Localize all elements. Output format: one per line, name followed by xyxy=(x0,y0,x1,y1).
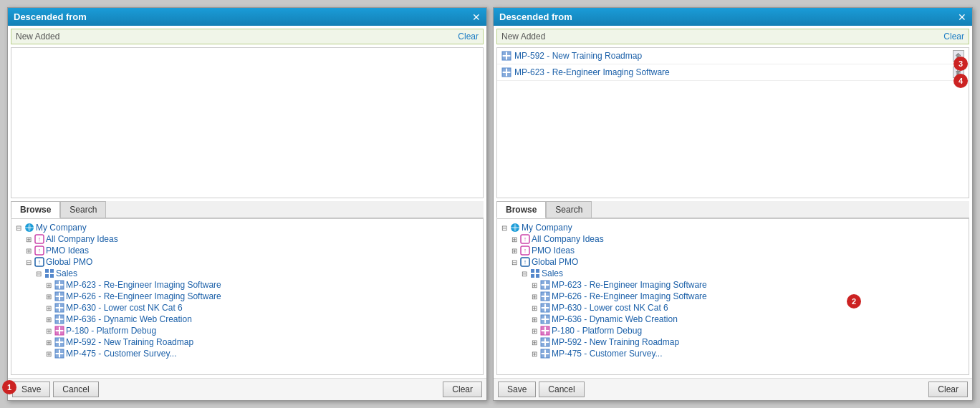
svg-rect-65 xyxy=(531,269,534,273)
globe-icon-r xyxy=(510,223,520,233)
tree-node-mp623-left[interactable]: ⊞ MP-623 - Re-Engineer Imaging Software xyxy=(14,279,480,291)
svg-text:↑: ↑ xyxy=(524,247,527,254)
tree-node-mp626-right[interactable]: ⊞ MP-626 - Re-Engineer Imaging Software xyxy=(500,291,966,302)
svg-rect-98 xyxy=(546,343,549,346)
tree-area-left[interactable]: ⊟ My Company ⊞ ↑ All Company Ideas ⊞ ↑ P… xyxy=(11,218,484,375)
grid-item-icon-na xyxy=(501,51,511,61)
svg-rect-87 xyxy=(541,320,544,324)
tree-node-sales-right[interactable]: ⊟ Sales xyxy=(500,268,966,279)
tree-node-mp636-left[interactable]: ⊞ MP-636 - Dynamic Web Creation xyxy=(14,314,480,325)
tree-node-pmoideas-right[interactable]: ⊞ ↑ PMO Ideas xyxy=(500,245,966,256)
badge-2: 2 xyxy=(847,294,861,309)
clear-link-right[interactable]: Clear xyxy=(943,31,964,42)
ideas-pink-icon: ↑ xyxy=(34,234,44,244)
tree-node-sales-left[interactable]: ⊟ Sales xyxy=(14,268,480,279)
cancel-button-left[interactable]: Cancel xyxy=(53,382,98,397)
svg-rect-36 xyxy=(60,331,64,335)
tab-search-right[interactable]: Search xyxy=(546,201,592,218)
svg-rect-88 xyxy=(546,320,549,324)
expand-icon: ⊞ xyxy=(44,293,53,301)
tree-node-mp626-left[interactable]: ⊞ MP-626 - Re-Engineer Imaging Software xyxy=(14,291,480,302)
tree-node-allcompany-left[interactable]: ⊞ ↑ All Company Ideas xyxy=(14,233,480,245)
svg-rect-34 xyxy=(60,326,64,330)
tree-node-mp630-left[interactable]: ⊞ MP-630 - Lower cost NK Cat 6 xyxy=(14,302,480,314)
svg-rect-81 xyxy=(546,303,549,307)
tree-node-mp623-right[interactable]: ⊞ MP-623 - Re-Engineer Imaging Software xyxy=(500,279,966,291)
svg-rect-46 xyxy=(60,354,64,358)
svg-rect-91 xyxy=(546,326,549,330)
new-added-label-left: New Added xyxy=(16,31,59,42)
cancel-button-right[interactable]: Cancel xyxy=(539,382,584,397)
dialog-left: 1 Descended from ✕ New Added Clear Brows… xyxy=(7,7,487,401)
svg-text:↑: ↑ xyxy=(524,235,527,243)
tree-node-mp592-left[interactable]: ⊞ MP-592 - New Training Roadmap xyxy=(14,336,480,348)
close-button-left[interactable]: ✕ xyxy=(472,12,481,22)
new-added-label-right: New Added xyxy=(501,31,545,42)
grid-item-icon-r6 xyxy=(540,349,550,359)
node-label: My Company xyxy=(522,223,572,233)
clear-bottom-button-right[interactable]: Clear xyxy=(928,382,968,397)
tree-node-mp630-right[interactable]: ⊞ MP-630 - Lower cost NK Cat 6 xyxy=(500,302,966,314)
tree-node-mycompany-left[interactable]: ⊟ My Company xyxy=(14,222,480,233)
svg-rect-54 xyxy=(507,68,511,72)
expand-icon: ⊞ xyxy=(530,304,539,312)
expand-icon: ⊞ xyxy=(44,327,53,335)
grid-item-icon xyxy=(54,303,64,313)
svg-rect-14 xyxy=(60,281,64,284)
svg-rect-24 xyxy=(60,303,64,307)
svg-rect-38 xyxy=(55,338,59,341)
tab-browse-right[interactable]: Browse xyxy=(496,201,546,218)
grid-item-icon-r xyxy=(540,280,550,290)
svg-rect-18 xyxy=(55,292,59,296)
new-added-item-mp592[interactable]: MP-592 - New Training Roadmap 🗑 xyxy=(497,48,969,64)
tree-node-mp636-right[interactable]: ⊞ MP-636 - Dynamic Web Creation xyxy=(500,314,966,325)
svg-rect-86 xyxy=(546,315,549,319)
node-label: P-180 - Platform Debug xyxy=(66,326,156,336)
svg-text:↑: ↑ xyxy=(38,247,42,254)
svg-rect-13 xyxy=(55,281,59,284)
tree-node-mycompany-right[interactable]: ⊟ My Company xyxy=(500,222,966,233)
tree-area-right[interactable]: ⊟ My Company ⊞ ↑ All Company Ideas ⊞ ↑ P… xyxy=(496,218,969,375)
svg-rect-8 xyxy=(45,269,49,273)
dialog-right: 3 4 2 5 Descended from ✕ New Added Clear… xyxy=(493,7,973,401)
close-button-right[interactable]: ✕ xyxy=(958,12,966,22)
badge-4: 4 xyxy=(953,74,968,88)
node-label: Global PMO xyxy=(46,257,92,267)
save-button-left[interactable]: Save xyxy=(12,382,50,397)
clear-bottom-button-left[interactable]: Clear xyxy=(443,382,482,397)
node-label: MP-592 - New Training Roadmap xyxy=(66,337,193,347)
ideas-blue-icon-r: ↑ xyxy=(520,257,530,267)
new-added-item-mp623[interactable]: MP-623 - Re-Engineer Imaging Software 🗑 xyxy=(497,64,969,81)
expand-icon: ⊞ xyxy=(510,235,519,243)
svg-rect-43 xyxy=(55,349,59,353)
expand-icon: ⊞ xyxy=(44,339,53,346)
node-label: MP-626 - Re-Engineer Imaging Software xyxy=(66,291,221,301)
tabs-bar-right: Browse Search xyxy=(496,201,969,218)
svg-rect-23 xyxy=(55,303,59,307)
svg-rect-72 xyxy=(541,286,544,289)
tab-browse-left[interactable]: Browse xyxy=(11,201,60,218)
clear-link-left[interactable]: Clear xyxy=(458,31,479,42)
svg-rect-101 xyxy=(546,349,549,353)
expand-icon: ⊟ xyxy=(510,258,519,266)
node-label: MP-475 - Customer Survey... xyxy=(552,349,663,359)
save-button-right[interactable]: Save xyxy=(498,382,536,397)
tree-node-globalpmo-left[interactable]: ⊟ ↑ Global PMO xyxy=(14,256,480,268)
ideas-pink-icon: ↑ xyxy=(34,246,44,256)
tree-node-pmoideas-left[interactable]: ⊞ ↑ PMO Ideas xyxy=(14,245,480,256)
tab-search-left[interactable]: Search xyxy=(60,201,106,218)
tree-node-allcompany-right[interactable]: ⊞ ↑ All Company Ideas xyxy=(500,233,966,245)
tree-node-globalpmo-right[interactable]: ⊟ ↑ Global PMO xyxy=(500,256,966,268)
tree-node-mp475-right[interactable]: ⊞ MP-475 - Customer Survey... xyxy=(500,348,966,359)
node-label: MP-630 - Lower cost NK Cat 6 xyxy=(66,303,183,313)
tree-node-mp475-left[interactable]: ⊞ MP-475 - Customer Survey... xyxy=(14,348,480,359)
grid-item-icon xyxy=(54,314,64,324)
expand-icon: ⊞ xyxy=(44,316,53,324)
grid-item-icon-r2 xyxy=(540,291,550,301)
svg-rect-11 xyxy=(50,274,54,278)
tree-node-p180-left[interactable]: ⊞ P-180 - Platform Debug xyxy=(14,325,480,336)
tree-node-mp592-right[interactable]: ⊞ MP-592 - New Training Roadmap xyxy=(500,336,966,348)
svg-rect-56 xyxy=(507,73,511,77)
expand-icon: ⊞ xyxy=(530,293,539,301)
tree-node-p180-right[interactable]: ⊞ P-180 - Platform Debug xyxy=(500,325,966,336)
